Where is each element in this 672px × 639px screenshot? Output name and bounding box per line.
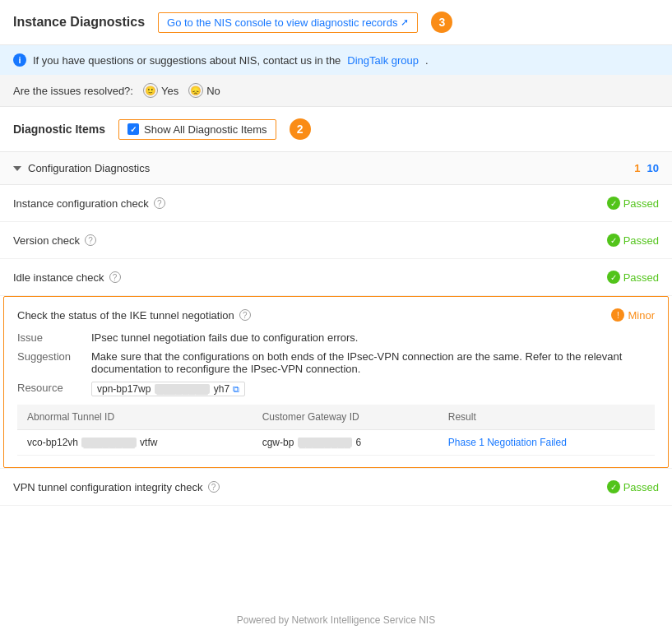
- dingtalk-link[interactable]: DingTalk group: [347, 54, 419, 67]
- minor-label: Minor: [628, 309, 655, 322]
- issues-resolved-label: Are the issues resolved?:: [13, 85, 133, 97]
- frown-icon: 😞: [188, 83, 203, 98]
- gateway-id-masked: ████████: [298, 438, 352, 447]
- config-diag-label: Configuration Diagnostics: [28, 162, 150, 174]
- passed-label-version: Passed: [623, 234, 659, 247]
- help-icon-version[interactable]: ?: [85, 234, 96, 246]
- external-link-icon: ➚: [401, 16, 409, 28]
- warn-circle-icon: !: [611, 308, 624, 322]
- ike-check-label: Check the status of the IKE tunnel negot…: [17, 309, 234, 322]
- ike-resource-row: Resource vpn-bp17wp ████████ yh7 ⧉: [17, 382, 655, 396]
- ike-suggestion-row: Suggestion Make sure that the configurat…: [17, 350, 655, 375]
- check-circle-icon: ✓: [607, 197, 620, 210]
- header-badge: 3: [431, 12, 452, 33]
- nis-console-link-text: Go to the NIS console to view diagnostic…: [167, 16, 397, 29]
- resource-tag[interactable]: vpn-bp17wp ████████ yh7 ⧉: [91, 382, 245, 396]
- ike-details: Issue IPsec tunnel negotiation fails due…: [17, 331, 655, 396]
- suggestion-key: Suggestion: [17, 350, 91, 375]
- passed-label-instance: Passed: [623, 197, 659, 210]
- gateway-id-suffix: 6: [355, 437, 361, 448]
- show-all-checkbox[interactable]: ✓: [127, 123, 139, 135]
- footer: Powered by Network Intelligence Service …: [0, 601, 672, 639]
- result-cell: Phase 1 Negotiation Failed: [438, 430, 655, 456]
- diag-row-vpn-integrity: VPN tunnel configuration integrity check…: [0, 468, 672, 506]
- diagnostic-badge: 2: [290, 118, 311, 140]
- config-diag-left: Configuration Diagnostics: [13, 162, 150, 174]
- status-minor-ike: ! Minor: [611, 308, 655, 322]
- diagnostic-header: Diagnostic Items ✓ Show All Diagnostic I…: [0, 107, 672, 152]
- show-all-checkbox-wrapper[interactable]: ✓ Show All Diagnostic Items: [118, 119, 276, 140]
- check-circle-icon-version: ✓: [607, 234, 620, 247]
- tunnel-table: Abnormal Tunnel ID Customer Gateway ID R…: [17, 405, 655, 456]
- diag-row-instance-config: Instance configuration check ? ✓ Passed: [0, 185, 672, 222]
- table-header-row: Abnormal Tunnel ID Customer Gateway ID R…: [17, 405, 655, 430]
- tunnel-id-suffix: vtfw: [140, 437, 157, 448]
- smile-icon: 🙂: [143, 83, 158, 98]
- config-diag-header[interactable]: Configuration Diagnostics 1 10: [0, 152, 672, 185]
- no-label: No: [206, 85, 220, 97]
- config-diag-counts: 1 10: [634, 162, 659, 174]
- vpn-check-label: VPN tunnel configuration integrity check: [13, 481, 203, 493]
- check-circle-icon-idle: ✓: [607, 271, 620, 284]
- page-title: Instance Diagnostics: [13, 15, 145, 30]
- yes-label: Yes: [161, 85, 178, 97]
- resource-value-suffix: yh7: [214, 383, 229, 395]
- table-row: vco-bp12vh ████████ vtfw cgw-bp ████████…: [17, 430, 655, 456]
- resource-key: Resource: [17, 382, 91, 396]
- show-all-label: Show All Diagnostic Items: [144, 123, 267, 136]
- tunnel-id-prefix: vco-bp12vh: [27, 437, 78, 448]
- check-circle-icon-vpn: ✓: [607, 480, 620, 493]
- tunnel-id-masked: ████████: [81, 438, 136, 447]
- diag-row-idle-check: Idle instance check ? ✓ Passed: [0, 259, 672, 296]
- passed-label-idle: Passed: [623, 271, 659, 284]
- footer-text: Powered by Network Intelligence Service …: [237, 614, 435, 626]
- info-text-after: .: [425, 54, 429, 67]
- page-wrapper: Instance Diagnostics Go to the NIS conso…: [0, 0, 672, 639]
- chevron-down-icon: [13, 166, 21, 171]
- diagnostic-title: Diagnostic Items: [13, 123, 105, 136]
- ike-issue-row: Issue IPsec tunnel negotiation fails due…: [17, 331, 655, 344]
- status-passed-idle: ✓ Passed: [607, 271, 659, 284]
- info-text-before: If you have questions or suggestions abo…: [33, 54, 341, 67]
- instance-config-check-label: Instance configuration check: [13, 197, 149, 210]
- phase-failed-link[interactable]: Phase 1 Negotiation Failed: [448, 437, 567, 448]
- col-gateway-id: Customer Gateway ID: [253, 405, 438, 430]
- issue-key: Issue: [17, 331, 91, 344]
- yes-option[interactable]: 🙂 Yes: [143, 83, 178, 98]
- tunnel-id-cell: vco-bp12vh ████████ vtfw: [17, 430, 253, 456]
- help-icon-idle[interactable]: ?: [109, 271, 121, 283]
- diag-row-label: Instance configuration check ?: [13, 197, 165, 210]
- ike-tunnel-row: Check the status of the IKE tunnel negot…: [3, 296, 669, 468]
- copy-icon[interactable]: ⧉: [233, 384, 239, 395]
- col-tunnel-id: Abnormal Tunnel ID: [17, 405, 253, 430]
- status-passed-vpn: ✓ Passed: [607, 480, 659, 493]
- resource-masked: ████████: [155, 384, 209, 394]
- ike-check-label-wrapper: Check the status of the IKE tunnel negot…: [17, 309, 251, 322]
- diag-row-label: Version check ?: [13, 234, 96, 247]
- diag-row-label-vpn: VPN tunnel configuration integrity check…: [13, 481, 220, 493]
- help-icon[interactable]: ?: [154, 197, 165, 209]
- issues-resolved-bar: Are the issues resolved?: 🙂 Yes 😞 No: [0, 75, 672, 107]
- help-icon-ike[interactable]: ?: [239, 309, 251, 321]
- issue-value: IPsec tunnel negotiation fails due to co…: [91, 331, 358, 344]
- help-icon-vpn[interactable]: ?: [208, 481, 220, 493]
- info-icon: i: [13, 53, 26, 67]
- gateway-id-prefix: cgw-bp: [262, 437, 294, 448]
- ike-row-header: Check the status of the IKE tunnel negot…: [17, 308, 655, 322]
- diag-row-version-check: Version check ? ✓ Passed: [0, 222, 672, 259]
- resource-value-prefix: vpn-bp17wp: [97, 383, 151, 395]
- no-option[interactable]: 😞 No: [188, 83, 220, 98]
- suggestion-value: Make sure that the configurations on bot…: [91, 350, 655, 375]
- check-mark: ✓: [130, 125, 137, 134]
- count-blue: 10: [647, 162, 659, 174]
- gateway-id-cell: cgw-bp ████████ 6: [253, 430, 438, 456]
- info-bar: i If you have questions or suggestions a…: [0, 45, 672, 75]
- nis-console-link[interactable]: Go to the NIS console to view diagnostic…: [158, 12, 418, 33]
- status-passed-version: ✓ Passed: [607, 234, 659, 247]
- header: Instance Diagnostics Go to the NIS conso…: [0, 0, 672, 45]
- count-orange: 1: [634, 162, 640, 174]
- idle-check-label: Idle instance check: [13, 271, 104, 284]
- version-check-label: Version check: [13, 234, 80, 247]
- col-result: Result: [438, 405, 655, 430]
- status-passed-instance: ✓ Passed: [607, 197, 659, 210]
